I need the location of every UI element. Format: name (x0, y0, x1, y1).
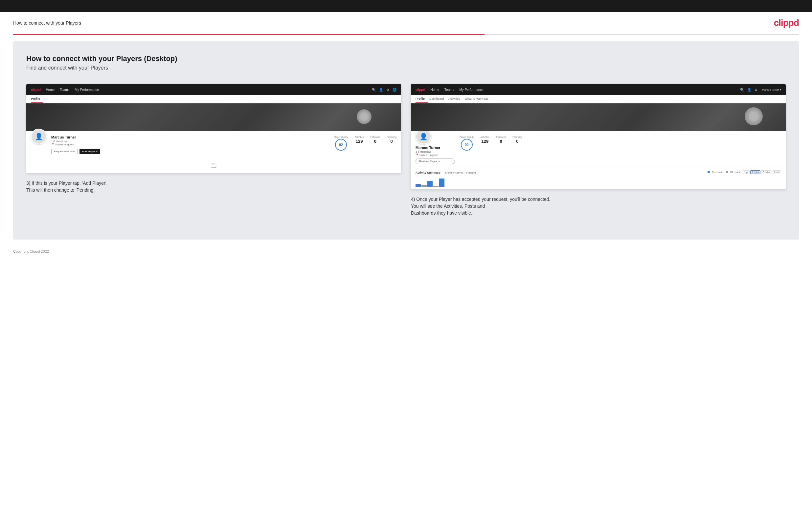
activity-title-group: Activity Summary Monthly Activity · 6 Mo… (415, 169, 476, 175)
profile-section-right: 👤 Marcus Turner 1-5 Handicap 📍 United Ki… (411, 131, 786, 166)
legend-offcourse-label: Off course (730, 171, 741, 173)
location-icon-right: 📍 (415, 154, 419, 157)
stat-activities-right: Activities 129 (480, 136, 490, 144)
chart-bar-2 (421, 185, 427, 187)
nav-icons-right: 🔍 👤 ⚙ Marcus Turner ▾ (740, 88, 781, 92)
add-player-button[interactable]: Add Player + (80, 149, 100, 154)
caption-left: 3) If this is your Player tap, 'Add Play… (26, 180, 401, 193)
golf-header-left (26, 103, 401, 131)
profile-location-right: 📍 United Kingdom (415, 154, 455, 157)
activity-subtitle: Monthly Activity · 6 Months (445, 171, 476, 174)
remove-player-label: Remove Player (419, 160, 437, 163)
tab-dashboard-right[interactable]: Dashboard (429, 95, 447, 103)
time-btn-1mth[interactable]: 1 mth (772, 170, 781, 174)
time-btn-6mths[interactable]: 6 mths (750, 170, 760, 174)
legend-oncourse-dot (708, 171, 710, 173)
add-player-label: Add Player (82, 150, 95, 153)
profile-name-left: Marcus Turner (51, 135, 329, 139)
globe-icon-left[interactable]: 🌐 (393, 88, 397, 92)
request-follow-button[interactable]: Request to Follow (51, 149, 78, 154)
avatar-icon-right: 👤 (419, 132, 428, 140)
settings-icon-left[interactable]: ⚙ (386, 88, 389, 92)
avatar-icon-left: 👤 (35, 132, 43, 140)
activity-summary-right: Activity Summary Monthly Activity · 6 Mo… (411, 166, 786, 189)
header: How to connect with your Players clippd (0, 12, 812, 34)
add-player-icon: + (96, 150, 98, 153)
caption-right-text: 4) Once your Player has accepted your re… (411, 196, 550, 216)
footer: Copyright Clippd 2022 (0, 246, 812, 257)
profile-location-left: 📍 United Kingdom (51, 143, 329, 146)
stat-quality-left: Player Quality 92 (334, 136, 348, 151)
tab-profile-left[interactable]: Profile (31, 95, 43, 103)
avatar-left: 👤 (31, 129, 47, 145)
profile-buttons-left: Request to Follow Add Player + (51, 149, 329, 154)
nav-home-left[interactable]: Home (46, 88, 55, 92)
page-heading: How to connect with your Players (Deskto… (26, 54, 786, 63)
activity-header-right: Activity Summary Monthly Activity · 6 Mo… (415, 169, 781, 175)
settings-icon-right[interactable]: ⚙ (755, 88, 757, 92)
nav-myperformance-right[interactable]: My Performance (460, 88, 484, 92)
user-icon-right[interactable]: 👤 (747, 88, 751, 92)
footer-text: Copyright Clippd 2022 (13, 249, 49, 253)
activity-legend: On course Off course (708, 171, 741, 173)
mockup-col-left: clippd Home Teams My Performance 🔍 👤 ⚙ 🌐… (26, 84, 401, 217)
activity-chart (415, 177, 781, 187)
app-tabs-right: Profile Dashboard Activities What To Wor… (411, 95, 786, 103)
nav-myperformance-left[interactable]: My Performance (75, 88, 99, 92)
stat-following-right: Following 0 (512, 136, 522, 144)
location-icon-left: 📍 (51, 143, 55, 146)
chart-bar-4 (433, 186, 439, 187)
nav-home-right[interactable]: Home (430, 88, 439, 92)
page-subheading: Find and connect with your Players (26, 65, 786, 71)
nav-teams-right[interactable]: Teams (445, 88, 454, 92)
nav-logo-left: clippd (31, 88, 40, 92)
stat-followers-left: Followers 0 (370, 136, 380, 144)
legend-offcourse-dot (726, 171, 728, 173)
header-divider (13, 34, 799, 35)
user-icon-left[interactable]: 👤 (379, 88, 383, 92)
header-title: How to connect with your Players (13, 20, 81, 25)
tab-profile-right[interactable]: Profile (415, 95, 428, 103)
activity-title: Activity Summary (415, 171, 441, 174)
legend-oncourse-label: On course (712, 171, 722, 173)
screenshot-overlay-left (26, 158, 401, 173)
time-btn-1yr[interactable]: 1 yr (743, 170, 750, 174)
caption-right: 4) Once your Player has accepted your re… (411, 196, 786, 217)
nav-icons-left: 🔍 👤 ⚙ 🌐 (372, 88, 397, 92)
app-tabs-left: Profile (26, 95, 401, 103)
stat-following-left: Following 0 (387, 136, 397, 144)
activity-controls: On course Off course 1 yr 6 mths 3 mths … (708, 170, 781, 174)
main-content: How to connect with your Players (Deskto… (13, 41, 799, 239)
app-mockup-right: clippd Home Teams My Performance 🔍 👤 ⚙ M… (411, 84, 786, 189)
top-bar (0, 0, 812, 12)
tab-activities-right[interactable]: Activities (448, 95, 463, 103)
chart-bar-3 (427, 181, 433, 187)
chart-bar-1 (415, 184, 421, 187)
time-buttons: 1 yr 6 mths 3 mths 1 mth (743, 170, 781, 174)
search-icon-left[interactable]: 🔍 (372, 88, 376, 92)
quality-circle-left: 92 (335, 139, 347, 151)
user-name-nav-right[interactable]: Marcus Turner ▾ (762, 88, 781, 91)
mockup-col-right: clippd Home Teams My Performance 🔍 👤 ⚙ M… (411, 84, 786, 217)
mockup-row: clippd Home Teams My Performance 🔍 👤 ⚙ 🌐… (26, 84, 786, 217)
profile-stats-right: Player Quality 92 Activities 129 Followe… (460, 134, 522, 164)
tab-whattoon-right[interactable]: What To Work On (465, 95, 492, 103)
profile-section-left: 👤 Marcus Turner 1-5 Handicap 📍 United Ki… (26, 131, 401, 158)
time-btn-3mths[interactable]: 3 mths (761, 170, 771, 174)
profile-handicap-left: 1-5 Handicap (51, 140, 329, 143)
remove-player-button[interactable]: Remove Player × (415, 159, 455, 164)
golf-header-right (411, 103, 786, 131)
caption-left-text: 3) If this is your Player tap, 'Add Play… (26, 180, 107, 192)
remove-player-icon: × (439, 160, 440, 163)
nav-logo-right: clippd (415, 88, 425, 92)
quality-circle-right: 92 (461, 139, 473, 151)
profile-stats-left: Player Quality 92 Activities 129 Followe… (334, 134, 397, 151)
profile-handicap-right: 1-5 Handicap (415, 150, 455, 153)
app-nav-left: clippd Home Teams My Performance 🔍 👤 ⚙ 🌐 (26, 84, 401, 95)
stat-followers-right: Followers 0 (496, 136, 506, 144)
profile-info-left: Marcus Turner 1-5 Handicap 📍 United King… (51, 134, 329, 154)
search-icon-right[interactable]: 🔍 (740, 88, 744, 92)
profile-left-col-right: 👤 Marcus Turner 1-5 Handicap 📍 United Ki… (415, 134, 455, 164)
nav-teams-left[interactable]: Teams (60, 88, 69, 92)
app-nav-right: clippd Home Teams My Performance 🔍 👤 ⚙ M… (411, 84, 786, 95)
